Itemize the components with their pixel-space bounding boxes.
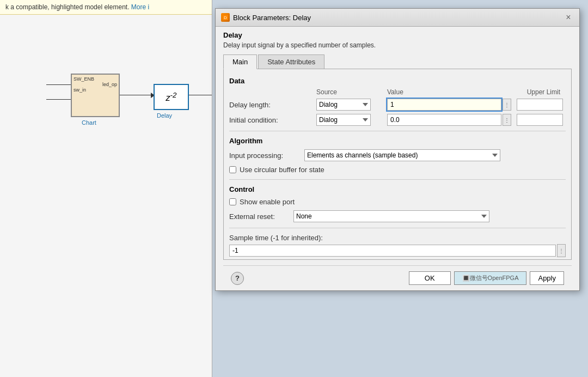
- block-name: Delay: [223, 31, 572, 39]
- close-button[interactable]: ×: [563, 12, 574, 23]
- more-info-link[interactable]: More i: [131, 3, 149, 11]
- algorithm-section-header: Algorithm: [224, 135, 571, 147]
- block-params-dialog: D Block Parameters: Delay × Delay Delay …: [215, 8, 580, 291]
- initial-condition-row: Initial condition: Dialog Input port ⋮: [229, 112, 566, 127]
- arrow-delay-out: [189, 95, 212, 95]
- help-button[interactable]: ?: [231, 272, 244, 285]
- ok-button[interactable]: OK: [409, 271, 451, 285]
- dialog-titlebar: D Block Parameters: Delay ×: [216, 9, 579, 27]
- show-enable-port-label: Show enable port: [240, 198, 295, 206]
- arrow-sw-enb: [46, 84, 71, 85]
- delay-source-dropdown[interactable]: Dialog Input port: [316, 99, 387, 111]
- delay-upper-limit-container: [511, 99, 566, 111]
- ic-value-input[interactable]: [387, 114, 501, 126]
- svg-text:D: D: [224, 15, 227, 20]
- col-header-value: Value: [387, 88, 511, 96]
- show-enable-port-row: Show enable port: [224, 196, 571, 208]
- chart-block[interactable]: SW_ENB led_op sw_in: [71, 74, 120, 117]
- divider-1: [229, 131, 566, 131]
- circular-buffer-label: Use circular buffer for state: [240, 166, 324, 174]
- tabs-container: Main State Attributes: [223, 54, 572, 69]
- canvas-top-bar: k a compatible, highlighted model elemen…: [0, 0, 212, 15]
- dialog-body: Delay Delay input signal by a specified …: [216, 27, 579, 290]
- circular-buffer-checkbox[interactable]: [229, 166, 236, 173]
- block-description: Delay input signal by a specified number…: [223, 41, 572, 49]
- sample-time-ellipsis[interactable]: ⋮: [557, 244, 566, 257]
- col-header-upper: Upper Limit: [511, 88, 566, 96]
- external-reset-label: External reset:: [229, 212, 289, 221]
- input-processing-select[interactable]: Elements as channels (sample based) Colu…: [304, 149, 500, 161]
- col-header-source: Source: [316, 88, 387, 96]
- apply-button[interactable]: Apply: [530, 271, 564, 285]
- chart-block-label: Chart: [82, 119, 96, 126]
- divider-3: [229, 228, 566, 228]
- delay-symbol: z-2: [166, 91, 177, 103]
- delay-block-label: Delay: [157, 112, 172, 119]
- sample-time-section: Sample time (-1 for inherited): ⋮: [224, 232, 571, 259]
- ic-upper-limit-container: [511, 114, 566, 126]
- dialog-footer: ? OK 🔳微信号OpenFPGA Apply: [223, 265, 572, 290]
- data-table-headers: Source Value Upper Limit: [229, 87, 566, 97]
- show-enable-port-checkbox[interactable]: [229, 198, 236, 205]
- delay-upper-limit-input[interactable]: [517, 99, 563, 111]
- delay-source-select[interactable]: Dialog Input port: [316, 99, 371, 111]
- delay-value-input[interactable]: [387, 99, 501, 111]
- data-section-header: Data: [224, 75, 571, 87]
- tab-main[interactable]: Main: [223, 54, 257, 69]
- circular-buffer-row: Use circular buffer for state: [224, 163, 571, 176]
- tab-state-attributes[interactable]: State Attributes: [258, 54, 324, 69]
- port-led-op: led_op: [74, 82, 117, 87]
- initial-condition-label: Initial condition:: [229, 116, 316, 124]
- divider-2: [229, 179, 566, 180]
- footer-left: ?: [231, 272, 244, 285]
- tab-content-main: Data Source Value Upper Limit Delay leng…: [223, 69, 572, 260]
- input-processing-row: Input processing: Elements as channels (…: [224, 147, 571, 163]
- canvas-top-text: k a compatible, highlighted model elemen…: [5, 3, 129, 11]
- ic-source-select[interactable]: Dialog Input port: [316, 114, 371, 126]
- delay-value-container: ⋮: [387, 99, 511, 111]
- sample-time-input-row: ⋮: [229, 244, 566, 257]
- control-section-header: Control: [224, 183, 571, 196]
- ic-source-dropdown[interactable]: Dialog Input port: [316, 114, 387, 126]
- cancel-button[interactable]: 🔳微信号OpenFPGA: [454, 271, 527, 285]
- port-sw-in: sw_in: [74, 87, 117, 93]
- delay-block[interactable]: z-2: [154, 84, 189, 110]
- sample-time-label: Sample time (-1 for inherited):: [229, 234, 566, 242]
- delay-length-row: Delay length: Dialog Input port ⋮: [229, 97, 566, 112]
- external-reset-select[interactable]: None Rising Falling Either Level: [293, 210, 489, 222]
- port-sw-enb: SW_ENB: [74, 76, 117, 82]
- ic-value-ellipsis[interactable]: ⋮: [503, 114, 511, 126]
- ic-upper-limit-input[interactable]: [517, 114, 563, 126]
- dialog-title: Block Parameters: Delay: [233, 14, 311, 22]
- ic-value-container: ⋮: [387, 114, 511, 126]
- delay-length-label: Delay length:: [229, 101, 316, 109]
- data-table: Source Value Upper Limit Delay length: D…: [224, 87, 571, 127]
- canvas-background: k a compatible, highlighted model elemen…: [0, 0, 212, 377]
- titlebar-left: D Block Parameters: Delay: [221, 13, 311, 22]
- footer-right: OK 🔳微信号OpenFPGA Apply: [409, 271, 564, 285]
- external-reset-row: External reset: None Rising Falling Eith…: [224, 208, 571, 224]
- arrow-sw-in: [46, 99, 71, 100]
- arrow-chart-delay: [120, 95, 152, 95]
- dialog-icon: D: [221, 13, 230, 22]
- sample-time-input[interactable]: [229, 245, 556, 257]
- input-processing-label: Input processing:: [229, 151, 300, 160]
- cancel-label: 🔳微信号OpenFPGA: [462, 275, 519, 281]
- delay-value-ellipsis[interactable]: ⋮: [503, 99, 511, 111]
